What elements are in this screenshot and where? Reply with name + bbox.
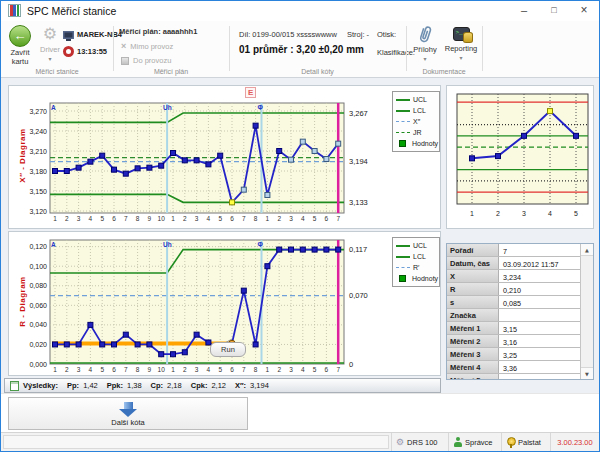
xbar-legend: UCLLCLX″JRHodnoty — [392, 91, 440, 152]
svg-text:8: 8 — [254, 215, 258, 222]
svg-text:2: 2 — [277, 366, 281, 373]
driver-button[interactable]: ⚙ Driver ▾ — [37, 24, 63, 69]
table-row[interactable]: X3,234 — [447, 270, 580, 283]
table-row[interactable]: Měření 53,25 — [447, 374, 580, 380]
reporting-button[interactable]: Reporting ▾ — [442, 24, 480, 69]
subgroup-preview-panel[interactable]: 12345 — [446, 85, 594, 229]
scroll-down-button[interactable]: ▼ — [581, 367, 593, 379]
svg-text:2: 2 — [496, 210, 500, 217]
svg-text:8: 8 — [254, 366, 258, 373]
svg-text:3: 3 — [77, 366, 81, 373]
minimize-button[interactable]: – — [509, 1, 539, 20]
xbar-chart-panel[interactable]: X″ - Diagram E UCLLCLX″JRHodnoty 3,2703,… — [8, 85, 441, 229]
table-row[interactable]: Pořadí7 — [447, 244, 580, 257]
row-label: Pořadí — [447, 244, 499, 256]
svg-text:3,194: 3,194 — [349, 157, 368, 166]
current-time: 13:13:55 — [77, 47, 107, 56]
computer-icon — [63, 31, 74, 39]
row-value: 3,15 — [499, 322, 580, 334]
next-dimension-button[interactable]: Další kóta — [8, 397, 248, 430]
svg-text:1: 1 — [53, 215, 57, 222]
svg-text:10: 10 — [158, 366, 166, 373]
svg-text:3: 3 — [289, 366, 293, 373]
table-row[interactable]: Měření 23,16 — [447, 335, 580, 348]
process-event-marker: Φ — [258, 241, 263, 248]
close-button[interactable]: × — [569, 1, 599, 20]
table-row[interactable]: Značka — [447, 309, 580, 322]
maximize-button[interactable]: □ — [539, 1, 569, 20]
group-caption: Dokumentace — [406, 68, 482, 75]
row-value: 7 — [499, 244, 580, 256]
dimension-label: 01 průměr : 3,20 ±0,20 mm — [239, 44, 364, 55]
legend-entry: Hodnoty — [396, 273, 436, 284]
svg-text:5: 5 — [100, 366, 104, 373]
svg-text:7: 7 — [336, 366, 340, 373]
svg-text:7: 7 — [242, 215, 246, 222]
back-arrow-icon: ← — [9, 25, 31, 47]
table-scrollbar[interactable]: ▲ ▼ — [580, 244, 593, 379]
process-event-marker: Uh — [163, 104, 172, 111]
svg-text:5: 5 — [100, 215, 104, 222]
table-row[interactable]: Měření 33,25 — [447, 348, 580, 361]
attachments-button[interactable]: Přílohy ▾ — [408, 24, 442, 69]
svg-text:6: 6 — [230, 366, 234, 373]
legend-entry: JR — [396, 127, 436, 138]
title-bar[interactable]: SPC Měřicí stanice – □ × — [1, 1, 599, 21]
table-row[interactable]: R0,210 — [447, 283, 580, 296]
svg-text:3: 3 — [77, 215, 81, 222]
svg-text:2: 2 — [183, 366, 187, 373]
xbar-value: 3,194 — [250, 381, 269, 390]
svg-text:7: 7 — [242, 366, 246, 373]
svg-text:10: 10 — [158, 215, 166, 222]
ribbon: ← Zavřítkartu ⚙ Driver ▾ MAREK-NB4 13:13… — [1, 21, 599, 78]
close-card-button[interactable]: ← Zavřítkartu — [3, 24, 37, 69]
table-row[interactable]: Datum, čas03.09.2012 11:57 — [447, 257, 580, 270]
subgroup-values-preview[interactable]: 12345 — [447, 86, 593, 228]
legend-entry: R′ — [396, 262, 436, 273]
svg-text:3: 3 — [195, 215, 199, 222]
cp-label: Cp: — [151, 381, 164, 390]
group-caption: Detail kóty — [229, 68, 406, 75]
scroll-up-button[interactable]: ▲ — [581, 244, 593, 256]
svg-text:4: 4 — [301, 366, 305, 373]
table-row[interactable]: Měření 13,15 — [447, 322, 580, 335]
table-row[interactable]: s0,085 — [447, 296, 580, 309]
svg-text:7: 7 — [124, 215, 128, 222]
group-caption: Měřicí plán — [113, 68, 229, 75]
xbar-control-chart[interactable]: 3,2703,2403,2103,1803,1503,1201234567891… — [9, 86, 440, 228]
svg-text:9: 9 — [148, 366, 152, 373]
row-value: 3,234 — [499, 270, 580, 282]
table-row[interactable]: Měření 43,36 — [447, 361, 580, 374]
app-window: SPC Měřicí stanice – □ × ← Zavřítkartu ⚙… — [0, 0, 600, 452]
svg-text:2: 2 — [277, 215, 281, 222]
into-service-button[interactable]: Do provozu — [121, 56, 171, 65]
svg-text:5: 5 — [574, 210, 578, 217]
out-of-service-button[interactable]: × Mimo provoz — [121, 42, 173, 51]
process-event-marker: A — [51, 241, 56, 248]
measurement-table: Pořadí7Datum, čas03.09.2012 11:57X3,234R… — [447, 244, 580, 380]
row-label: Měření 1 — [447, 322, 499, 334]
group-caption: Měřicí stanice — [1, 68, 113, 75]
svg-text:5: 5 — [218, 366, 222, 373]
row-value: 0,210 — [499, 283, 580, 295]
row-label: Měření 2 — [447, 335, 499, 347]
row-label: Měření 4 — [447, 361, 499, 373]
legend-entry: X″ — [396, 116, 436, 127]
gear-icon: ⚙ — [396, 437, 404, 447]
legend-entry: LCL — [396, 251, 436, 262]
out-of-control-flag: E — [245, 87, 256, 98]
svg-text:4: 4 — [301, 215, 305, 222]
svg-text:3: 3 — [522, 210, 526, 217]
svg-text:8: 8 — [136, 215, 140, 222]
status-user: Správce — [448, 433, 501, 451]
legend-entry: UCL — [396, 94, 436, 105]
process-event-marker: Uh — [163, 241, 172, 248]
svg-text:6: 6 — [325, 215, 329, 222]
svg-text:6: 6 — [112, 366, 116, 373]
svg-text:1: 1 — [470, 210, 474, 217]
svg-text:5: 5 — [313, 215, 317, 222]
r-chart-panel[interactable]: R - Diagram UCLLCLR′Hodnoty Run 0,1200,1… — [8, 231, 441, 376]
status-message-area — [3, 435, 389, 449]
svg-text:0,120: 0,120 — [29, 243, 47, 250]
svg-text:1: 1 — [266, 215, 270, 222]
